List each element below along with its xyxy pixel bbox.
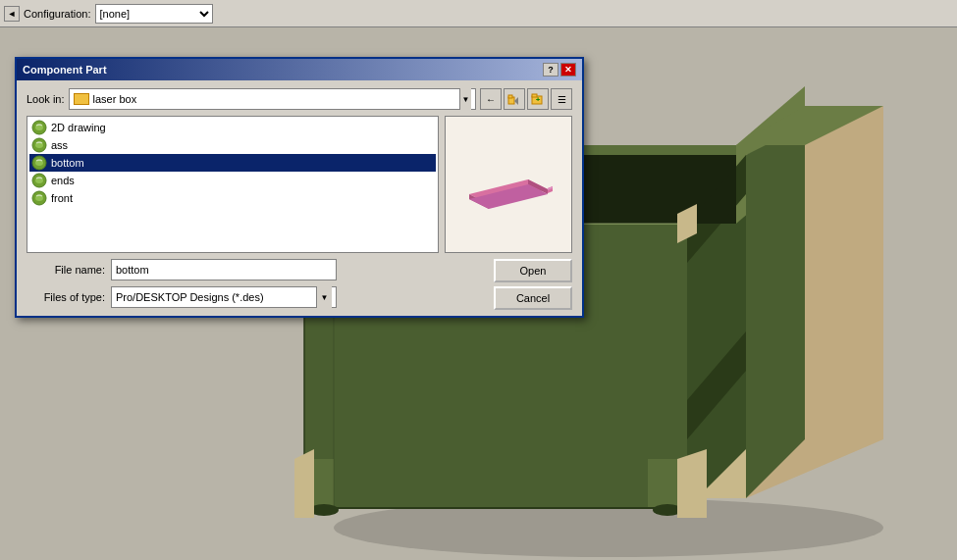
- look-in-label: Look in:: [27, 93, 65, 105]
- part-icon: [31, 155, 47, 171]
- cancel-button[interactable]: Cancel: [494, 286, 572, 310]
- component-part-dialog: Component Part ? ✕ Look in: laser box ▼: [15, 57, 584, 318]
- file-item[interactable]: ass: [29, 136, 436, 154]
- file-item-label: bottom: [51, 157, 84, 169]
- toolbar: ◄ Configuration: [none]: [0, 0, 957, 27]
- action-buttons: Open Cancel: [494, 259, 572, 310]
- dialog-controls: ? ✕: [543, 63, 576, 76]
- part-icon: [31, 137, 47, 153]
- nav-up-button[interactable]: [504, 88, 525, 110]
- filetype-value: Pro/DESKTOP Designs (*.des): [116, 291, 316, 303]
- file-item-label: ends: [51, 175, 75, 186]
- svg-text:+: +: [536, 95, 541, 104]
- file-item[interactable]: 2D drawing: [29, 119, 436, 136]
- file-item-label: front: [51, 192, 73, 204]
- dialog-titlebar: Component Part ? ✕: [17, 59, 582, 80]
- dialog-close-button[interactable]: ✕: [560, 63, 576, 76]
- filename-input[interactable]: [111, 259, 337, 280]
- form-and-buttons: File name: Files of type: Pro/DESKTOP De…: [27, 259, 572, 308]
- config-select[interactable]: [none]: [95, 4, 213, 24]
- filetype-row: Files of type: Pro/DESKTOP Designs (*.de…: [27, 286, 572, 308]
- svg-marker-17: [746, 126, 805, 498]
- preview-svg: [454, 145, 562, 224]
- file-item-label: 2D drawing: [51, 122, 106, 133]
- look-in-value: laser box: [93, 93, 455, 105]
- filetype-combo[interactable]: Pro/DESKTOP Designs (*.des) ▼: [111, 286, 337, 308]
- look-in-row: Look in: laser box ▼ ←: [27, 88, 572, 110]
- nav-new-folder-button[interactable]: +: [527, 88, 549, 110]
- file-item-label: ass: [51, 139, 68, 151]
- filetype-label: Files of type:: [27, 291, 105, 303]
- file-item[interactable]: ends: [29, 172, 436, 189]
- main-viewport: 1: [0, 27, 957, 560]
- file-item[interactable]: front: [29, 189, 436, 207]
- open-button[interactable]: Open: [494, 259, 572, 282]
- folder-icon: [74, 93, 89, 105]
- config-label: Configuration:: [24, 8, 91, 20]
- nav-buttons: ← +: [480, 88, 572, 110]
- svg-marker-25: [294, 449, 314, 518]
- file-item[interactable]: bottom: [29, 154, 436, 172]
- svg-marker-29: [514, 97, 518, 105]
- svg-marker-26: [677, 449, 707, 518]
- look-in-combo[interactable]: laser box ▼: [69, 88, 476, 110]
- dialog-title: Component Part: [23, 64, 107, 76]
- dialog-overlay: Component Part ? ✕ Look in: laser box ▼: [15, 57, 584, 361]
- look-in-dropdown-arrow[interactable]: ▼: [459, 88, 471, 110]
- filename-label: File name:: [27, 264, 105, 276]
- part-icon: [31, 173, 47, 188]
- file-browser-area: 2D drawingassbottomendsfront: [27, 116, 572, 253]
- nav-back-button[interactable]: ←: [480, 88, 502, 110]
- form-area: File name: Files of type: Pro/DESKTOP De…: [27, 259, 572, 308]
- dialog-help-button[interactable]: ?: [543, 63, 558, 76]
- filename-row: File name:: [27, 259, 572, 280]
- toolbar-nav-left[interactable]: ◄: [4, 6, 20, 22]
- file-list[interactable]: 2D drawingassbottomendsfront: [27, 116, 439, 253]
- dialog-content: Look in: laser box ▼ ←: [17, 80, 582, 316]
- part-icon: [31, 190, 47, 206]
- part-icon: [31, 120, 47, 135]
- svg-rect-28: [508, 95, 512, 98]
- preview-area: [445, 116, 572, 253]
- filetype-dropdown-arrow[interactable]: ▼: [316, 286, 332, 308]
- nav-view-button[interactable]: ☰: [551, 88, 572, 110]
